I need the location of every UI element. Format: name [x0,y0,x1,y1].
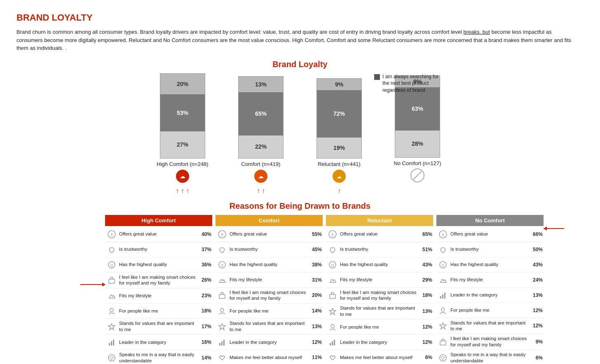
svg-rect-17 [113,340,114,345]
bar-chart-section: Brand Loyalty 20% 53% 27% High Comfort (… [16,60,584,195]
reason-text: Is trustworthy [449,246,530,252]
svg-point-54 [440,355,446,361]
svg-point-18 [108,355,115,361]
reason-pct: 31% [309,277,322,283]
leader-icon-r [327,336,338,348]
svg-rect-27 [219,343,220,345]
reason-text: Is trustworthy [117,246,198,252]
svg-text:☁: ☁ [258,173,264,180]
values-icon-r [327,306,338,317]
trust-icon-hc [106,244,117,255]
reason-row: Fits my lifestyle 23% [105,288,212,303]
stacked-bar-r: 9% 72% 19% [316,78,362,159]
svg-point-13 [110,308,113,312]
reasons-grid: High Comfort $ Offers great value 40% Is… [105,215,544,364]
peopleme-icon-c [216,305,228,317]
reason-text: Stands for values that are important to … [449,320,530,332]
reason-text: Has the highest quality [449,261,530,268]
reason-text: Has the highest quality [117,261,198,268]
svg-text:☁: ☁ [180,173,185,180]
reason-pct: 20% [309,292,322,298]
reason-pct: 51% [419,247,432,252]
reasons-col-high-comfort: High Comfort $ Offers great value 40% Is… [105,215,212,364]
left-arrow-row [56,275,105,294]
svg-text:Q: Q [331,263,334,267]
reason-row: Fits my lifestyle 31% [216,273,323,288]
reason-pct: 24% [530,277,543,283]
reason-pct: 12% [419,339,432,345]
svg-marker-14 [108,324,115,330]
reason-pct: 50% [530,247,543,252]
reasons-col-reluctant: Reluctant $ Offers great value 65% Is tr… [326,215,433,364]
smart-icon-hc [106,274,117,286]
reason-text: Fits my lifestyle [338,277,419,283]
lifestyle-icon-hc [106,290,117,301]
right-arrow-line [544,228,564,229]
speaks-icon-hc [106,352,117,364]
reason-row: Leader in the category 13% [436,288,544,303]
chart-legend: I am always searching for the next best … [374,73,444,94]
bar-label-hc: High Comfort (n=248) [157,161,208,167]
reason-text: Leader in the category [449,292,530,298]
reason-pct: 43% [419,262,432,268]
svg-line-7 [413,171,422,180]
right-arrow [544,228,564,229]
reason-row: $ Offers great value 55% [216,227,323,242]
svg-marker-52 [440,323,446,329]
reason-pct: 18% [419,292,432,298]
value-icon-hc: $ [106,229,117,240]
reason-row: For people like me 12% [436,303,544,318]
trust-icon-nc [437,244,449,255]
reason-pct: 12% [530,323,543,329]
col-header-c: Comfort [216,215,323,226]
quality-icon-nc: Q [437,259,449,271]
svg-rect-16 [111,341,112,345]
reason-pct: 14% [198,355,211,361]
reason-text: Offers great value [338,231,419,237]
reason-pct: 11% [309,355,322,360]
col-header-r: Reluctant [326,215,433,226]
reason-text: I feel like I am making smart choices fo… [449,336,530,348]
right-annotation [544,215,544,237]
reason-pct: 36% [198,262,211,268]
reason-row: Makes me feel better about myself 6% [326,350,433,364]
reason-pct: 37% [198,247,211,252]
reason-pct: 40% [198,231,211,237]
quality-icon-c: Q [216,259,228,271]
left-annotations [56,215,105,294]
reason-text: I feel like I am making smart choices fo… [338,289,419,302]
reason-row: Speaks to me in a way that is easily und… [105,350,212,364]
values-icon-c [216,321,228,332]
svg-rect-41 [334,340,335,345]
reason-row: Q Has the highest quality 43% [436,257,544,273]
reason-text: Stands for values that are important to … [338,305,419,317]
bar-seg-c-bot: 22% [239,135,283,158]
reason-pct: 13% [530,292,543,298]
reason-pct: 18% [198,308,211,314]
reason-text: Leader in the category [117,339,198,345]
bar-seg-r-bot: 19% [317,138,361,158]
reason-pct: 6% [419,355,432,360]
bar-icon-hc: ☁ [175,169,190,187]
reason-row: Q Has the highest quality 38% [216,257,323,273]
svg-rect-28 [221,341,223,345]
bar-icon-c: ☁ [253,169,268,187]
bar-seg-hc-top: 20% [160,74,205,94]
svg-point-51 [441,308,445,311]
reason-text: For people like me [449,307,530,313]
reason-pct: 12% [309,339,322,345]
reason-text: Stands for values that are important to … [117,320,198,333]
bar-seg-c-mid: 65% [239,92,283,135]
bar-seg-r-top: 9% [317,79,361,90]
svg-rect-29 [223,340,225,345]
reason-row: I feel like I am making smart choices fo… [216,288,323,304]
reasons-section: High Comfort $ Offers great value 40% Is… [16,215,584,364]
legend-box [374,74,380,80]
bar-seg-hc-mid: 53% [160,94,205,131]
reason-row: Leader in the category 12% [326,335,433,350]
reason-pct: 38% [309,262,322,268]
bar-arrows-hc: ↑ ↑ ↑ [176,187,190,195]
feel-better-icon-c [216,352,228,363]
reason-pct: 13% [309,324,322,329]
reason-text: I feel like I am making smart choices fo… [117,274,198,287]
